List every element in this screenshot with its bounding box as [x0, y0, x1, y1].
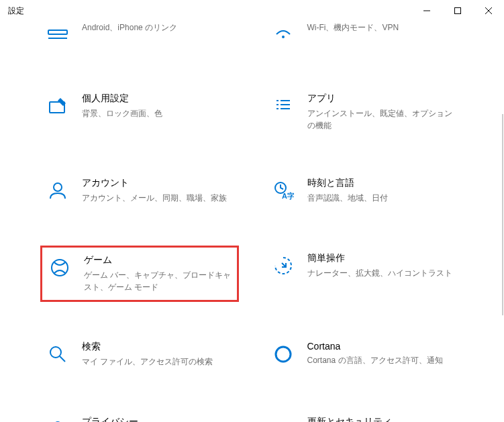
- svg-point-20: [276, 347, 291, 362]
- svg-rect-4: [48, 30, 67, 34]
- tile-accounts[interactable]: アカウント アカウント、メール、同期、職場、家族: [40, 170, 239, 213]
- tile-update-security[interactable]: 更新とセキュリティ Windows Update、回復、バックアップ: [266, 409, 464, 422]
- network-icon: [271, 23, 295, 47]
- tile-cortana[interactable]: Cortana Cortana の言語、アクセス許可、通知: [266, 334, 464, 377]
- tile-network[interactable]: Wi-Fi、機内モード、VPN: [266, 21, 464, 54]
- tile-subtitle: Cortana の言語、アクセス許可、通知: [307, 354, 459, 366]
- svg-point-18: [50, 347, 61, 358]
- gaming-icon: [48, 256, 72, 280]
- tile-title: 簡単操作: [307, 252, 459, 264]
- tile-subtitle: ゲーム バー、キャプチャ、ブロードキャスト、ゲーム モード: [84, 269, 232, 293]
- scrollbar[interactable]: [502, 114, 503, 315]
- tile-subtitle: Android、iPhone のリンク: [82, 21, 234, 34]
- tile-title: ゲーム: [84, 254, 232, 266]
- tile-subtitle: ナレーター、拡大鏡、ハイコントラスト: [307, 267, 459, 279]
- tile-subtitle: Wi-Fi、機内モード、VPN: [307, 21, 459, 34]
- tile-privacy[interactable]: プライバシー 場所、カメラ、マイク: [40, 409, 239, 422]
- tile-subtitle: マイ ファイル、アクセス許可の検索: [82, 356, 234, 368]
- svg-line-19: [60, 356, 65, 362]
- close-button[interactable]: [473, 0, 504, 21]
- tile-gaming[interactable]: ゲーム ゲーム バー、キャプチャ、ブロードキャスト、ゲーム モード: [40, 246, 239, 302]
- settings-content: Android、iPhone のリンク Wi-Fi、機内モード、VPN 個人用設…: [0, 21, 504, 422]
- maximize-button[interactable]: [442, 0, 473, 21]
- tile-subtitle: 背景、ロック画面、色: [82, 107, 234, 119]
- ease-of-access-icon: [271, 254, 295, 278]
- tile-phone[interactable]: Android、iPhone のリンク: [40, 21, 239, 54]
- svg-point-14: [54, 183, 62, 191]
- apps-icon: [271, 94, 295, 118]
- svg-point-6: [282, 36, 285, 38]
- tile-time-language[interactable]: A字 時刻と言語 音声認識、地域、日付: [266, 170, 464, 213]
- svg-text:A字: A字: [282, 192, 294, 200]
- window-controls: [411, 0, 504, 21]
- svg-rect-1: [455, 8, 461, 14]
- svg-point-17: [52, 260, 68, 276]
- tile-personalization[interactable]: 個人用設定 背景、ロック画面、色: [40, 86, 239, 138]
- tile-ease-of-access[interactable]: 簡単操作 ナレーター、拡大鏡、ハイコントラスト: [266, 246, 464, 302]
- tile-subtitle: アカウント、メール、同期、職場、家族: [82, 192, 234, 204]
- update-icon: [271, 417, 295, 422]
- tile-title: アカウント: [82, 177, 234, 189]
- minimize-button[interactable]: [411, 0, 442, 21]
- accounts-icon: [46, 178, 70, 203]
- tile-search[interactable]: 検索 マイ ファイル、アクセス許可の検索: [40, 334, 239, 377]
- tile-title: 更新とセキュリティ: [307, 416, 459, 422]
- phone-icon: [46, 23, 70, 47]
- tile-subtitle: アンインストール、既定値、オプションの機能: [307, 107, 459, 131]
- tile-title: プライバシー: [82, 416, 234, 422]
- tile-title: Cortana: [307, 341, 459, 352]
- settings-grid: Android、iPhone のリンク Wi-Fi、機内モード、VPN 個人用設…: [40, 21, 464, 422]
- window-title: 設定: [8, 5, 411, 17]
- personalization-icon: [46, 94, 70, 118]
- tile-title: 個人用設定: [82, 93, 234, 105]
- tile-subtitle: 音声認識、地域、日付: [307, 192, 459, 204]
- cortana-icon: [271, 342, 295, 366]
- time-language-icon: A字: [271, 178, 295, 203]
- tile-title: 時刻と言語: [307, 177, 459, 189]
- privacy-icon: [46, 417, 70, 422]
- titlebar: 設定: [0, 0, 504, 21]
- search-icon: [46, 342, 70, 366]
- tile-title: アプリ: [307, 93, 459, 105]
- tile-apps[interactable]: アプリ アンインストール、既定値、オプションの機能: [266, 86, 464, 138]
- tile-title: 検索: [82, 341, 234, 353]
